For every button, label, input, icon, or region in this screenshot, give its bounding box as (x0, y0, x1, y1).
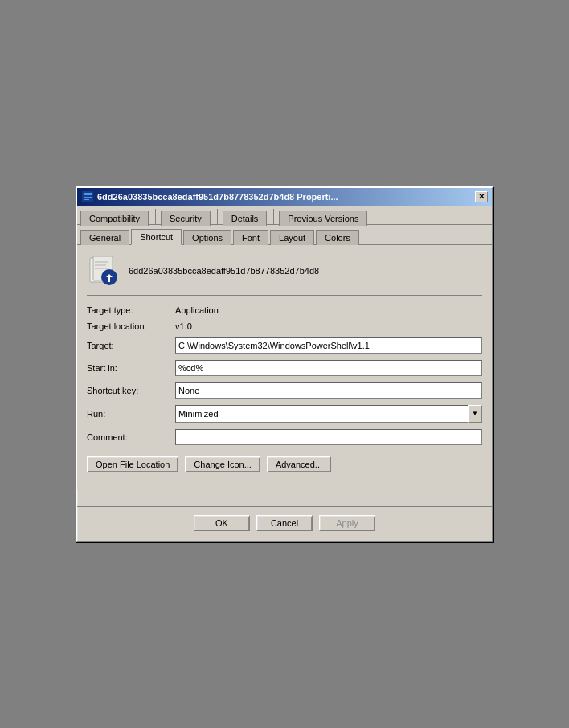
tab-options[interactable]: Options (183, 230, 231, 245)
window-icon (81, 190, 94, 203)
target-type-value: Application (175, 305, 219, 315)
target-type-label: Target type: (87, 305, 175, 315)
svg-rect-6 (95, 261, 108, 263)
tab-separator-3 (273, 209, 274, 224)
target-input[interactable] (175, 337, 482, 354)
target-type-row: Target type: Application (87, 305, 482, 315)
shortcut-key-row: Shortcut key: (87, 382, 482, 399)
app-name: 6dd26a03835bcca8edaff951d7b8778352d7b4d8 (129, 266, 319, 276)
title-bar: 6dd26a03835bcca8edaff951d7b8778352d7b4d8… (77, 188, 492, 206)
tab-layout[interactable]: Layout (270, 230, 314, 245)
tabs-container: Compatibility Security Details Previous … (77, 206, 492, 245)
cancel-button[interactable]: Cancel (256, 515, 313, 531)
svg-rect-1 (84, 193, 92, 195)
ok-button[interactable]: OK (194, 515, 250, 531)
window-title: 6dd26a03835bcca8edaff951d7b8778352d7b4d8… (97, 192, 338, 202)
tab-separator-1 (155, 209, 156, 224)
target-row: Target: (87, 337, 482, 354)
tab-row-bottom: General Shortcut Options Font Layout Col… (77, 225, 492, 245)
comment-row: Comment: (87, 429, 482, 445)
tab-row-top: Compatibility Security Details Previous … (77, 206, 492, 225)
run-select-wrapper: Minimized Normal window Maximized ▼ (175, 405, 482, 423)
start-in-row: Start in: (87, 360, 482, 376)
target-label: Target: (87, 341, 175, 350)
target-location-value: v1.0 (175, 321, 192, 331)
run-row: Run: Minimized Normal window Maximized ▼ (87, 405, 482, 423)
tab-details[interactable]: Details (223, 211, 268, 226)
bottom-bar: OK Cancel Apply (77, 506, 492, 541)
run-select[interactable]: Minimized Normal window Maximized (175, 405, 482, 423)
apply-button[interactable]: Apply (319, 515, 375, 531)
tab-colors[interactable]: Colors (316, 230, 359, 245)
tab-security[interactable]: Security (161, 211, 211, 226)
icon-name-row: 6dd26a03835bcca8edaff951d7b8778352d7b4d8 (87, 255, 482, 296)
open-file-location-button[interactable]: Open File Location (87, 456, 178, 472)
properties-window: 6dd26a03835bcca8edaff951d7b8778352d7b4d8… (76, 186, 493, 542)
run-label: Run: (87, 409, 175, 419)
svg-rect-7 (95, 264, 106, 266)
svg-rect-11 (108, 277, 110, 282)
tab-compatibility[interactable]: Compatibility (80, 211, 149, 226)
shortcut-key-label: Shortcut key: (87, 386, 175, 395)
target-location-label: Target location: (87, 321, 175, 331)
target-location-row: Target location: v1.0 (87, 321, 482, 331)
tab-separator-2 (217, 209, 218, 224)
tab-content: 6dd26a03835bcca8edaff951d7b8778352d7b4d8… (77, 245, 492, 490)
comment-label: Comment: (87, 432, 175, 442)
change-icon-button[interactable]: Change Icon... (185, 456, 260, 472)
start-in-label: Start in: (87, 363, 175, 373)
svg-rect-8 (95, 268, 108, 269)
tab-previous-versions[interactable]: Previous Versions (279, 211, 367, 226)
tab-shortcut[interactable]: Shortcut (131, 229, 182, 245)
app-icon (87, 255, 119, 287)
tab-general[interactable]: General (80, 230, 129, 245)
tab-font[interactable]: Font (233, 230, 268, 245)
advanced-button[interactable]: Advanced... (267, 456, 331, 472)
close-button[interactable]: ✕ (475, 191, 488, 202)
svg-rect-2 (84, 197, 92, 198)
comment-input[interactable] (175, 429, 482, 445)
shortcut-key-input[interactable] (175, 382, 482, 399)
start-in-input[interactable] (175, 360, 482, 376)
action-buttons-row: Open File Location Change Icon... Advanc… (87, 456, 482, 472)
svg-rect-3 (84, 199, 89, 200)
